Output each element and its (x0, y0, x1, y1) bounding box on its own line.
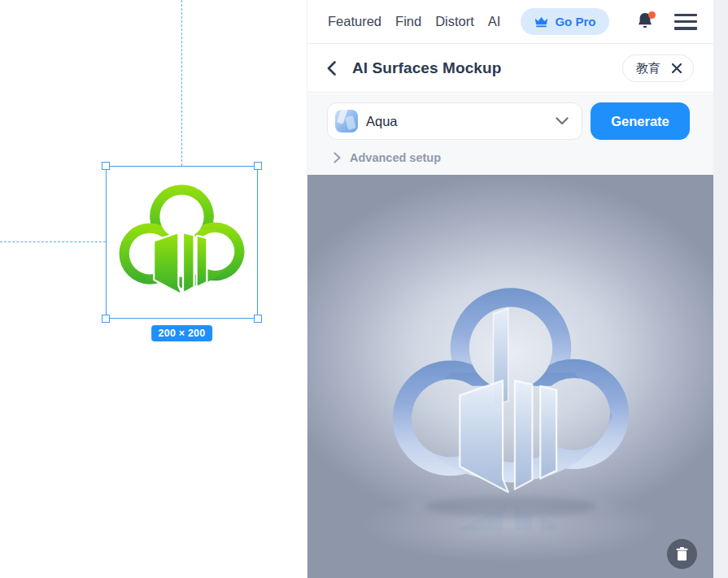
chevron-left-icon (327, 61, 336, 76)
menu-icon[interactable] (674, 14, 697, 30)
nav-item-distort[interactable]: Distort (435, 14, 474, 29)
app-window: 200 × 200 Featured Find Distort AI Go Pr… (0, 0, 728, 578)
nav-item-ai[interactable]: AI (488, 14, 501, 29)
cloud-book-logo[interactable] (111, 171, 253, 314)
trash-icon (676, 547, 688, 561)
advanced-setup-toggle[interactable]: Advanced setup (333, 151, 441, 164)
style-dropdown-value: Aqua (366, 114, 398, 129)
design-canvas[interactable]: 200 × 200 (0, 0, 307, 578)
go-pro-button[interactable]: Go Pro (521, 8, 609, 35)
chevron-down-icon (556, 117, 569, 125)
resize-handle-top-right[interactable] (254, 162, 262, 170)
crown-icon (534, 15, 548, 28)
style-thumbnail (335, 110, 358, 133)
advanced-setup-label: Advanced setup (350, 151, 441, 164)
side-panel: Featured Find Distort AI Go Pro (307, 0, 713, 578)
tool-title-bar: AI Surfaces Mockup 教育 (307, 45, 713, 93)
delete-result-button[interactable] (667, 539, 697, 569)
vertical-guide-line (181, 0, 182, 166)
top-nav-bar: Featured Find Distort AI Go Pro (307, 0, 713, 44)
style-row: Aqua Generate (327, 102, 690, 140)
generator-controls: Aqua Generate Advanced setup (307, 93, 713, 175)
tag-label: 教育 (636, 61, 660, 76)
resize-handle-bottom-left[interactable] (102, 315, 110, 323)
selected-object-bounding-box[interactable]: 200 × 200 (106, 166, 258, 319)
nav-right-group (636, 11, 697, 33)
generated-mockup-preview (307, 175, 713, 578)
glass-cloud-book-render (377, 263, 645, 531)
nav-item-featured[interactable]: Featured (328, 14, 381, 29)
close-icon (671, 63, 682, 74)
horizontal-guide-line (0, 241, 106, 242)
generate-button[interactable]: Generate (591, 102, 690, 140)
go-pro-label: Go Pro (555, 15, 595, 28)
chevron-right-icon (333, 152, 341, 163)
resize-handle-top-left[interactable] (102, 162, 110, 170)
page-title: AI Surfaces Mockup (352, 59, 501, 77)
resize-handle-bottom-right[interactable] (254, 315, 262, 323)
selection-size-badge: 200 × 200 (151, 325, 213, 341)
back-button[interactable] (327, 60, 343, 76)
remove-tag-button[interactable] (671, 63, 682, 74)
notification-dot (648, 11, 656, 19)
category-tag-chip[interactable]: 教育 (622, 54, 694, 82)
scrollbar-gutter (713, 0, 728, 578)
style-dropdown[interactable]: Aqua (327, 102, 582, 140)
cloud-book-logo-graphic (111, 171, 253, 314)
nav-item-find[interactable]: Find (395, 14, 421, 29)
notifications-bell-icon[interactable] (636, 11, 656, 33)
